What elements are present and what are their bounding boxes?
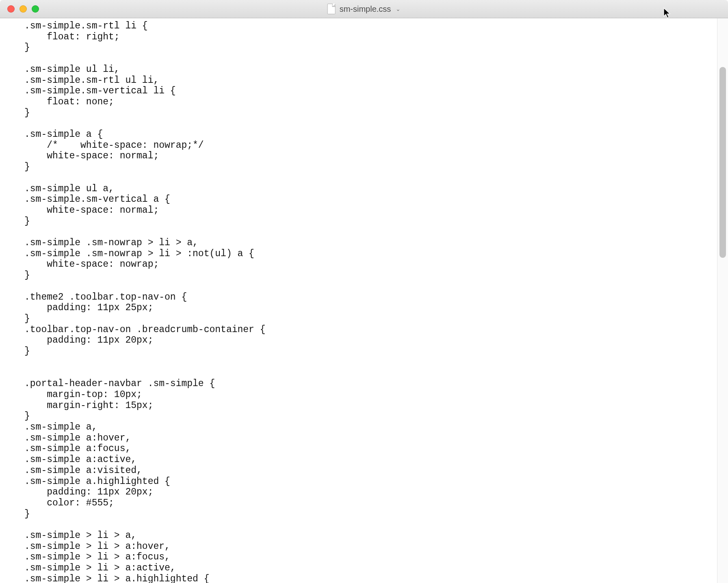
- filename-label: sm-simple.css: [340, 4, 391, 14]
- document-icon: [327, 4, 336, 14]
- scrollbar-thumb[interactable]: [719, 67, 726, 258]
- chevron-down-icon[interactable]: ⌄: [396, 6, 401, 12]
- close-button[interactable]: [7, 5, 15, 13]
- zoom-button[interactable]: [32, 5, 39, 13]
- cursor-icon: [663, 7, 671, 19]
- editor[interactable]: .sm-simple.sm-rtl li { float: right; } .…: [0, 18, 717, 583]
- titlebar[interactable]: sm-simple.css ⌄: [0, 0, 728, 18]
- window-title[interactable]: sm-simple.css ⌄: [327, 4, 401, 14]
- content-area: .sm-simple.sm-rtl li { float: right; } .…: [0, 18, 728, 583]
- vertical-scrollbar[interactable]: [717, 18, 728, 583]
- code-content[interactable]: .sm-simple.sm-rtl li { float: right; } .…: [0, 18, 717, 583]
- window: sm-simple.css ⌄ .sm-simple.sm-rtl li { f…: [0, 0, 728, 583]
- traffic-lights: [0, 5, 39, 13]
- minimize-button[interactable]: [20, 5, 27, 13]
